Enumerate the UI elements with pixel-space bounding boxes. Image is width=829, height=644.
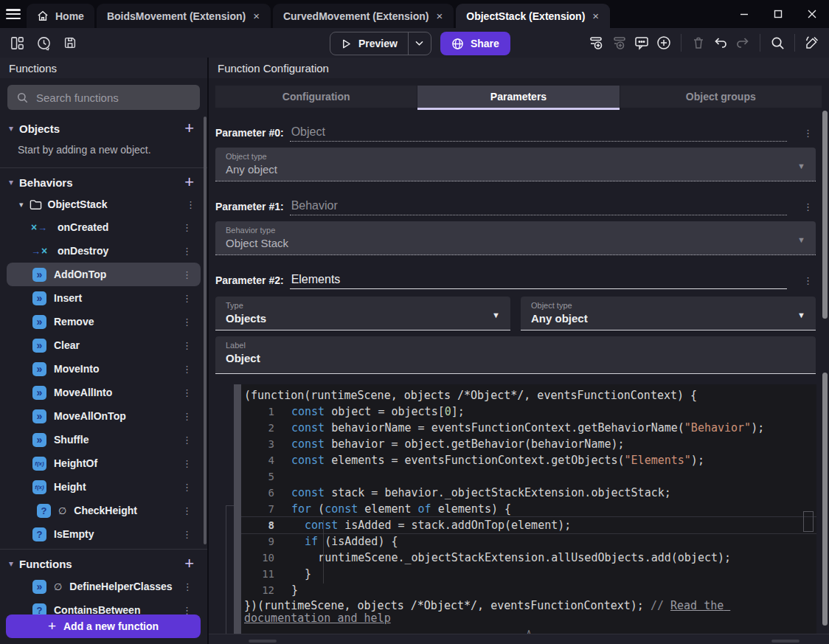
function-item-height[interactable]: f(x)Height⋮	[7, 475, 201, 499]
parameter-2-label-input[interactable]: Label Object	[215, 336, 816, 374]
add-free-function-button[interactable]: +	[184, 555, 198, 572]
code-line-10[interactable]: 10 runtimeScene._objectStackExtension.al…	[241, 550, 816, 566]
preview-options-button[interactable]	[408, 32, 431, 55]
function-item-ondestroy[interactable]: →×onDestroy⋮	[7, 239, 201, 263]
parameter-2-type-select[interactable]: Type Objects ▼	[215, 297, 510, 330]
parameter-0-object-type-select[interactable]: Object type Any object ▼	[215, 148, 816, 181]
event-drag-handle[interactable]	[234, 384, 241, 640]
close-tab-icon[interactable]: ×	[592, 10, 600, 22]
code-line-2[interactable]: 2const behaviorName = eventsFunctionCont…	[241, 420, 816, 436]
parameters-scrollbar[interactable]	[822, 111, 828, 319]
more-options-icon[interactable]: ⋮	[179, 434, 195, 446]
code-line-8[interactable]: 8 const isAdded = stack.addOnTop(element…	[241, 516, 816, 534]
function-item-clear[interactable]: »Clear⋮	[7, 333, 201, 357]
history-icon[interactable]	[34, 33, 53, 52]
close-tab-icon[interactable]: ×	[252, 10, 260, 22]
function-item-moveallontop[interactable]: »MoveAllOnTop⋮	[7, 404, 201, 428]
code-line-4[interactable]: 4const elements = eventsFunctionContext.…	[241, 452, 816, 468]
section-functions[interactable]: ▾ Functions +	[0, 553, 207, 575]
tab-object-groups[interactable]: Object groups	[620, 86, 822, 108]
maximize-button[interactable]	[761, 0, 795, 28]
function-item-remove[interactable]: »Remove⋮	[7, 310, 201, 333]
more-options-icon[interactable]: ⋮	[179, 246, 195, 257]
search-icon[interactable]	[768, 33, 787, 52]
more-options-icon[interactable]: ⋮	[179, 387, 195, 398]
share-button[interactable]: Share	[440, 32, 510, 55]
line-content: const behaviorName = eventsFunctionConte…	[274, 420, 764, 436]
preview-label: Preview	[358, 38, 398, 49]
close-tab-icon[interactable]: ×	[436, 10, 444, 22]
more-options-icon[interactable]: ⋮	[180, 581, 195, 592]
more-options-icon[interactable]: ⋮	[179, 340, 195, 351]
editor-tab-curvedmovement-extension-[interactable]: CurvedMovement (Extension)×	[273, 4, 454, 28]
function-item-heightof[interactable]: f(x)HeightOf⋮	[7, 451, 201, 475]
more-options-icon[interactable]: ⋮	[179, 364, 195, 375]
js-code-event[interactable]: (function(runtimeScene, objects /*Object…	[234, 384, 816, 640]
code-line-7[interactable]: 7for (const element of elements) {	[241, 501, 816, 517]
close-window-button[interactable]	[795, 0, 829, 28]
parameter-2-name-input[interactable]: Elements	[290, 273, 787, 289]
function-item-addontop[interactable]: »AddOnTop⋮	[7, 263, 201, 286]
edit-pen-icon[interactable]	[802, 33, 822, 52]
more-options-icon[interactable]: ⋮	[179, 411, 195, 422]
more-options-icon[interactable]: ⋮	[179, 458, 195, 469]
behavior-group-objectstack[interactable]: ▾ ObjectStack ⋮	[0, 193, 207, 215]
add-new-function-button[interactable]: + Add a new function	[6, 614, 201, 638]
editor-tab-boidsmovement-extension-[interactable]: BoidsMovement (Extension)×	[97, 4, 271, 28]
add-behavior-button[interactable]: +	[184, 174, 198, 190]
parameter-2-object-type-select[interactable]: Object type Any object ▼	[521, 297, 816, 330]
panels-layout-icon[interactable]	[7, 33, 27, 52]
preview-button[interactable]: Preview	[330, 38, 408, 49]
more-options-icon[interactable]: ⋮	[179, 222, 195, 233]
code-line-11[interactable]: 11 }	[241, 566, 816, 582]
more-options-icon[interactable]: ⋮	[179, 316, 195, 328]
save-icon[interactable]	[60, 33, 80, 52]
section-objects[interactable]: ▾ Objects +	[0, 117, 207, 139]
delete-icon[interactable]	[689, 33, 708, 52]
editor-tab-home[interactable]: Home	[27, 4, 94, 28]
tab-parameters[interactable]: Parameters	[417, 86, 619, 108]
code-line-6[interactable]: 6const stack = behavior._objectStackExte…	[241, 485, 816, 501]
more-options-icon[interactable]: ⋮	[179, 529, 195, 540]
add-object-button[interactable]: +	[184, 120, 198, 136]
parameter-0-name-input[interactable]: Object	[290, 125, 787, 142]
code-line-1[interactable]: 1const object = objects[0];	[241, 404, 816, 420]
more-options-icon[interactable]: ⋮	[800, 128, 816, 142]
parameter-1-behavior-type-select[interactable]: Behavior type Object Stack ▼	[215, 221, 816, 255]
code-line-9[interactable]: 9 if (isAdded) {	[241, 533, 816, 550]
search-functions-input[interactable]: Search functions	[7, 85, 200, 110]
function-item-shuffle[interactable]: »Shuffle⋮	[7, 428, 201, 451]
more-options-icon[interactable]: ⋮	[183, 199, 198, 210]
code-editor[interactable]: (function(runtimeScene, objects /*Object…	[241, 384, 816, 640]
function-item-checkheight[interactable]: ?∅CheckHeight⋮	[7, 499, 201, 522]
sidebar-scrollbar[interactable]	[204, 117, 207, 544]
more-options-icon[interactable]: ⋮	[179, 293, 195, 304]
more-options-icon[interactable]: ⋮	[179, 482, 195, 493]
function-item-moveallinto[interactable]: »MoveAllInto⋮	[7, 381, 201, 404]
add-comment-icon[interactable]	[632, 33, 651, 52]
redo-icon[interactable]	[733, 33, 752, 52]
function-item-moveinto[interactable]: »MoveInto⋮	[7, 357, 201, 381]
code-line-3[interactable]: 3const behavior = object.getBehavior(beh…	[241, 436, 816, 452]
minimize-button[interactable]	[727, 0, 761, 28]
function-item-oncreated[interactable]: ×→onCreated⋮	[7, 215, 201, 239]
function-item-insert[interactable]: »Insert⋮	[7, 286, 201, 310]
code-line-12[interactable]: 12}	[241, 582, 816, 598]
parameter-1-name-input[interactable]: Behavior	[290, 199, 787, 215]
add-subevent-icon[interactable]	[610, 33, 629, 52]
editor-tab-objectstack-extension-[interactable]: ObjectStack (Extension)×	[456, 4, 610, 28]
add-other-icon[interactable]	[654, 33, 673, 52]
code-line-5[interactable]: 5	[241, 468, 816, 485]
undo-icon[interactable]	[711, 33, 730, 52]
more-options-icon[interactable]: ⋮	[179, 269, 195, 280]
more-options-icon[interactable]: ⋮	[800, 275, 816, 289]
main-menu-button[interactable]	[0, 0, 27, 28]
add-event-icon[interactable]	[588, 33, 607, 52]
more-options-icon[interactable]: ⋮	[179, 505, 195, 516]
more-options-icon[interactable]: ⋮	[800, 201, 816, 215]
function-item-definehelperclasses[interactable]: »∅DefineHelperClasses⋮	[7, 575, 201, 598]
tab-configuration[interactable]: Configuration	[215, 86, 417, 108]
events-scrollbar[interactable]	[822, 373, 828, 626]
section-behaviors[interactable]: ▾ Behaviors +	[0, 171, 207, 193]
function-item-isempty[interactable]: ?IsEmpty⋮	[7, 522, 201, 546]
